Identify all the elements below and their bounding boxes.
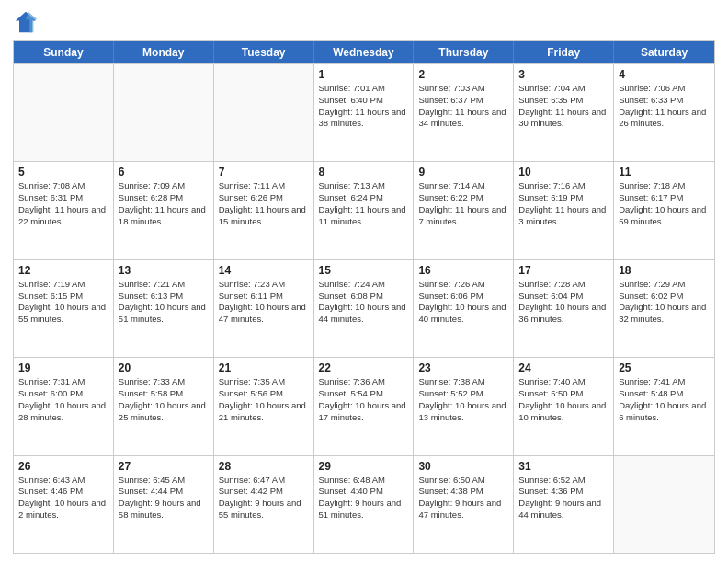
day-number: 12 xyxy=(18,264,108,277)
cell-daylight-info: Sunrise: 7:19 AM Sunset: 6:15 PM Dayligh… xyxy=(18,279,108,326)
empty-cell xyxy=(214,64,314,161)
cell-daylight-info: Sunrise: 7:04 AM Sunset: 6:35 PM Dayligh… xyxy=(518,83,609,130)
calendar-body: 1Sunrise: 7:01 AM Sunset: 6:40 PM Daylig… xyxy=(14,63,714,553)
day-number: 26 xyxy=(18,460,108,473)
cell-daylight-info: Sunrise: 7:24 AM Sunset: 6:08 PM Dayligh… xyxy=(319,279,409,326)
cell-daylight-info: Sunrise: 7:23 AM Sunset: 6:11 PM Dayligh… xyxy=(219,279,309,326)
cell-daylight-info: Sunrise: 7:21 AM Sunset: 6:13 PM Dayligh… xyxy=(119,279,209,326)
cell-daylight-info: Sunrise: 6:47 AM Sunset: 4:42 PM Dayligh… xyxy=(219,475,309,522)
page: SundayMondayTuesdayWednesdayThursdayFrid… xyxy=(0,0,728,563)
day-cell-8: 8Sunrise: 7:13 AM Sunset: 6:24 PM Daylig… xyxy=(314,162,415,259)
col-header-friday: Friday xyxy=(514,41,614,63)
day-cell-11: 11Sunrise: 7:18 AM Sunset: 6:17 PM Dayli… xyxy=(614,162,714,259)
day-number: 21 xyxy=(219,362,309,374)
day-number: 13 xyxy=(119,264,209,277)
day-cell-28: 28Sunrise: 6:47 AM Sunset: 4:42 PM Dayli… xyxy=(214,456,314,553)
cell-daylight-info: Sunrise: 7:09 AM Sunset: 6:28 PM Dayligh… xyxy=(119,180,209,227)
day-cell-15: 15Sunrise: 7:24 AM Sunset: 6:08 PM Dayli… xyxy=(314,260,415,357)
day-number: 5 xyxy=(18,166,108,178)
week-row-2: 5Sunrise: 7:08 AM Sunset: 6:31 PM Daylig… xyxy=(14,161,714,259)
day-cell-2: 2Sunrise: 7:03 AM Sunset: 6:37 PM Daylig… xyxy=(414,64,514,161)
col-header-wednesday: Wednesday xyxy=(314,41,415,63)
col-header-tuesday: Tuesday xyxy=(214,41,314,63)
col-header-saturday: Saturday xyxy=(614,41,714,63)
week-row-3: 12Sunrise: 7:19 AM Sunset: 6:15 PM Dayli… xyxy=(14,259,714,357)
day-cell-25: 25Sunrise: 7:41 AM Sunset: 5:48 PM Dayli… xyxy=(614,358,714,454)
day-cell-3: 3Sunrise: 7:04 AM Sunset: 6:35 PM Daylig… xyxy=(514,64,614,161)
day-number: 1 xyxy=(319,68,409,81)
cell-daylight-info: Sunrise: 7:33 AM Sunset: 5:58 PM Dayligh… xyxy=(119,376,209,423)
day-number: 10 xyxy=(518,166,609,178)
cell-daylight-info: Sunrise: 7:28 AM Sunset: 6:04 PM Dayligh… xyxy=(518,279,609,326)
day-cell-18: 18Sunrise: 7:29 AM Sunset: 6:02 PM Dayli… xyxy=(614,260,714,357)
day-cell-9: 9Sunrise: 7:14 AM Sunset: 6:22 PM Daylig… xyxy=(414,162,514,259)
col-header-monday: Monday xyxy=(114,41,214,63)
cell-daylight-info: Sunrise: 6:50 AM Sunset: 4:38 PM Dayligh… xyxy=(418,475,508,522)
day-cell-16: 16Sunrise: 7:26 AM Sunset: 6:06 PM Dayli… xyxy=(414,260,514,357)
cell-daylight-info: Sunrise: 7:36 AM Sunset: 5:54 PM Dayligh… xyxy=(319,376,409,423)
day-cell-24: 24Sunrise: 7:40 AM Sunset: 5:50 PM Dayli… xyxy=(514,358,614,454)
cell-daylight-info: Sunrise: 7:35 AM Sunset: 5:56 PM Dayligh… xyxy=(219,376,309,423)
day-cell-12: 12Sunrise: 7:19 AM Sunset: 6:15 PM Dayli… xyxy=(14,260,114,357)
logo-icon xyxy=(13,9,39,35)
day-cell-30: 30Sunrise: 6:50 AM Sunset: 4:38 PM Dayli… xyxy=(414,456,514,553)
day-number: 2 xyxy=(418,68,508,81)
day-cell-5: 5Sunrise: 7:08 AM Sunset: 6:31 PM Daylig… xyxy=(14,162,114,259)
day-cell-23: 23Sunrise: 7:38 AM Sunset: 5:52 PM Dayli… xyxy=(414,358,514,454)
cell-daylight-info: Sunrise: 7:13 AM Sunset: 6:24 PM Dayligh… xyxy=(319,180,409,227)
day-number: 18 xyxy=(619,264,710,277)
calendar-header-row: SundayMondayTuesdayWednesdayThursdayFrid… xyxy=(14,41,714,63)
empty-cell xyxy=(14,64,114,161)
day-number: 8 xyxy=(319,166,409,178)
empty-cell xyxy=(614,456,714,553)
day-cell-6: 6Sunrise: 7:09 AM Sunset: 6:28 PM Daylig… xyxy=(114,162,214,259)
day-number: 6 xyxy=(119,166,209,178)
day-number: 31 xyxy=(518,460,609,473)
day-cell-20: 20Sunrise: 7:33 AM Sunset: 5:58 PM Dayli… xyxy=(114,358,214,454)
cell-daylight-info: Sunrise: 7:38 AM Sunset: 5:52 PM Dayligh… xyxy=(418,376,508,423)
cell-daylight-info: Sunrise: 7:41 AM Sunset: 5:48 PM Dayligh… xyxy=(619,376,710,423)
cell-daylight-info: Sunrise: 6:48 AM Sunset: 4:40 PM Dayligh… xyxy=(319,475,409,522)
day-number: 29 xyxy=(319,460,409,473)
week-row-1: 1Sunrise: 7:01 AM Sunset: 6:40 PM Daylig… xyxy=(14,63,714,161)
week-row-5: 26Sunrise: 6:43 AM Sunset: 4:46 PM Dayli… xyxy=(14,455,714,553)
cell-daylight-info: Sunrise: 7:31 AM Sunset: 6:00 PM Dayligh… xyxy=(18,376,108,423)
day-cell-1: 1Sunrise: 7:01 AM Sunset: 6:40 PM Daylig… xyxy=(314,64,415,161)
day-number: 27 xyxy=(119,460,209,473)
day-number: 4 xyxy=(619,68,710,81)
empty-cell xyxy=(114,64,214,161)
day-number: 11 xyxy=(619,166,710,178)
day-number: 23 xyxy=(418,362,508,374)
cell-daylight-info: Sunrise: 6:43 AM Sunset: 4:46 PM Dayligh… xyxy=(18,475,108,522)
day-cell-17: 17Sunrise: 7:28 AM Sunset: 6:04 PM Dayli… xyxy=(514,260,614,357)
day-number: 14 xyxy=(219,264,309,277)
day-number: 15 xyxy=(319,264,409,277)
day-number: 7 xyxy=(219,166,309,178)
cell-daylight-info: Sunrise: 7:29 AM Sunset: 6:02 PM Dayligh… xyxy=(619,279,710,326)
day-number: 9 xyxy=(418,166,508,178)
day-cell-31: 31Sunrise: 6:52 AM Sunset: 4:36 PM Dayli… xyxy=(514,456,614,553)
calendar: SundayMondayTuesdayWednesdayThursdayFrid… xyxy=(13,40,715,554)
cell-daylight-info: Sunrise: 7:18 AM Sunset: 6:17 PM Dayligh… xyxy=(619,180,710,227)
day-number: 17 xyxy=(518,264,609,277)
cell-daylight-info: Sunrise: 6:52 AM Sunset: 4:36 PM Dayligh… xyxy=(518,475,609,522)
day-cell-14: 14Sunrise: 7:23 AM Sunset: 6:11 PM Dayli… xyxy=(214,260,314,357)
cell-daylight-info: Sunrise: 7:08 AM Sunset: 6:31 PM Dayligh… xyxy=(18,180,108,227)
day-cell-4: 4Sunrise: 7:06 AM Sunset: 6:33 PM Daylig… xyxy=(614,64,714,161)
cell-daylight-info: Sunrise: 7:26 AM Sunset: 6:06 PM Dayligh… xyxy=(418,279,508,326)
cell-daylight-info: Sunrise: 7:14 AM Sunset: 6:22 PM Dayligh… xyxy=(418,180,508,227)
day-cell-10: 10Sunrise: 7:16 AM Sunset: 6:19 PM Dayli… xyxy=(514,162,614,259)
day-number: 25 xyxy=(619,362,710,374)
day-number: 20 xyxy=(119,362,209,374)
col-header-thursday: Thursday xyxy=(414,41,514,63)
day-number: 16 xyxy=(418,264,508,277)
cell-daylight-info: Sunrise: 7:11 AM Sunset: 6:26 PM Dayligh… xyxy=(219,180,309,227)
cell-daylight-info: Sunrise: 7:40 AM Sunset: 5:50 PM Dayligh… xyxy=(518,376,609,423)
cell-daylight-info: Sunrise: 7:01 AM Sunset: 6:40 PM Dayligh… xyxy=(319,83,409,130)
day-cell-19: 19Sunrise: 7:31 AM Sunset: 6:00 PM Dayli… xyxy=(14,358,114,454)
day-cell-7: 7Sunrise: 7:11 AM Sunset: 6:26 PM Daylig… xyxy=(214,162,314,259)
logo xyxy=(13,9,42,35)
day-number: 30 xyxy=(418,460,508,473)
day-cell-21: 21Sunrise: 7:35 AM Sunset: 5:56 PM Dayli… xyxy=(214,358,314,454)
cell-daylight-info: Sunrise: 7:16 AM Sunset: 6:19 PM Dayligh… xyxy=(518,180,609,227)
